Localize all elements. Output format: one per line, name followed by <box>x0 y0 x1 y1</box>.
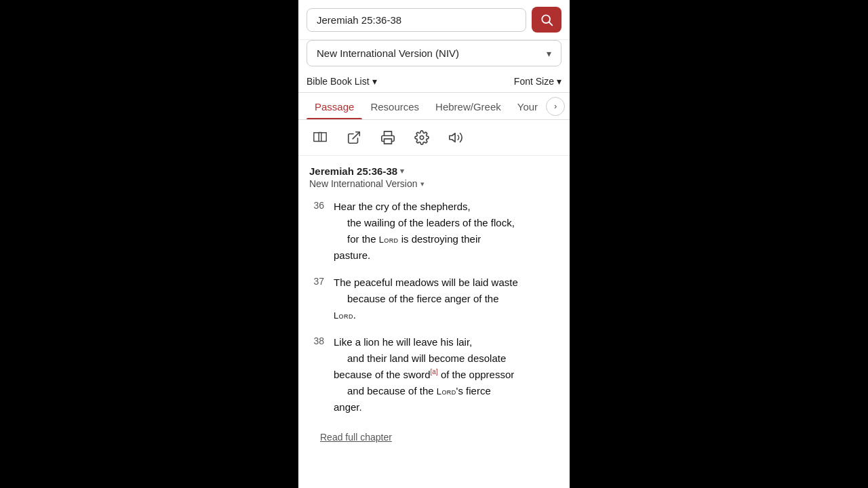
verse-37: 37 The peaceful meadows will be laid was… <box>309 274 559 323</box>
font-size-label: Font Size <box>514 76 554 87</box>
tab-your[interactable]: Your <box>509 93 546 119</box>
tab-passage[interactable]: Passage <box>307 93 362 119</box>
bible-book-list-label: Bible Book List <box>307 76 370 87</box>
verse-number-37: 37 <box>309 274 324 323</box>
svg-marker-7 <box>450 134 455 142</box>
search-bar <box>298 0 570 40</box>
svg-line-4 <box>353 132 359 139</box>
svg-point-6 <box>420 136 424 140</box>
tabs-bar: Passage Resources Hebrew/Greek Your › <box>298 93 570 120</box>
passage-reference[interactable]: Jeremiah 25:36-38 ▾ <box>309 165 559 177</box>
footnote-a[interactable]: [a] <box>431 368 438 375</box>
toolbar <box>298 120 570 156</box>
settings-icon[interactable] <box>411 127 433 148</box>
search-button[interactable] <box>532 7 561 33</box>
passage-header: Jeremiah 25:36-38 ▾ New International Ve… <box>298 156 570 192</box>
read-full-chapter-link[interactable]: Read full chapter <box>309 426 559 453</box>
verse-number-38: 38 <box>309 334 324 415</box>
version-selector[interactable]: New International Version (NIV) ▾ <box>307 40 561 66</box>
verse-number-36: 36 <box>309 199 324 264</box>
verse-38: 38 Like a lion he will leave his lair, a… <box>309 334 559 415</box>
book-list-chevron-icon: ▾ <box>372 76 377 87</box>
parallel-bible-icon[interactable] <box>309 127 331 148</box>
verse-36: 36 Hear the cry of the shepherds, the wa… <box>309 199 559 264</box>
version-label: New International Version (NIV) <box>317 47 459 59</box>
bible-book-list-button[interactable]: Bible Book List ▾ <box>307 76 377 87</box>
svg-line-1 <box>549 22 553 26</box>
svg-rect-5 <box>384 139 392 144</box>
passage-ref-chevron-icon: ▾ <box>400 167 404 176</box>
app-container: New International Version (NIV) ▾ Bible … <box>298 0 570 488</box>
audio-icon[interactable] <box>445 127 467 148</box>
passage-version-chevron-icon: ▾ <box>420 180 425 188</box>
verse-text-36: Hear the cry of the shepherds, the waili… <box>334 199 559 264</box>
verse-text-38: Like a lion he will leave his lair, and … <box>334 334 559 415</box>
print-icon[interactable] <box>377 127 399 148</box>
bible-text: 36 Hear the cry of the shepherds, the wa… <box>298 192 570 488</box>
search-icon <box>540 13 553 26</box>
search-input[interactable] <box>307 8 526 32</box>
util-bar: Bible Book List ▾ Font Size ▾ <box>298 72 570 93</box>
font-size-chevron-icon: ▾ <box>557 76 561 87</box>
share-icon[interactable] <box>343 127 365 148</box>
tab-hebrew-greek[interactable]: Hebrew/Greek <box>427 93 509 119</box>
version-chevron-icon: ▾ <box>547 48 551 59</box>
tab-resources[interactable]: Resources <box>362 93 427 119</box>
font-size-button[interactable]: Font Size ▾ <box>514 76 561 87</box>
tabs-more-button[interactable]: › <box>546 97 565 116</box>
passage-version[interactable]: New International Version ▾ <box>309 178 559 189</box>
verse-text-37: The peaceful meadows will be laid waste … <box>334 274 559 323</box>
